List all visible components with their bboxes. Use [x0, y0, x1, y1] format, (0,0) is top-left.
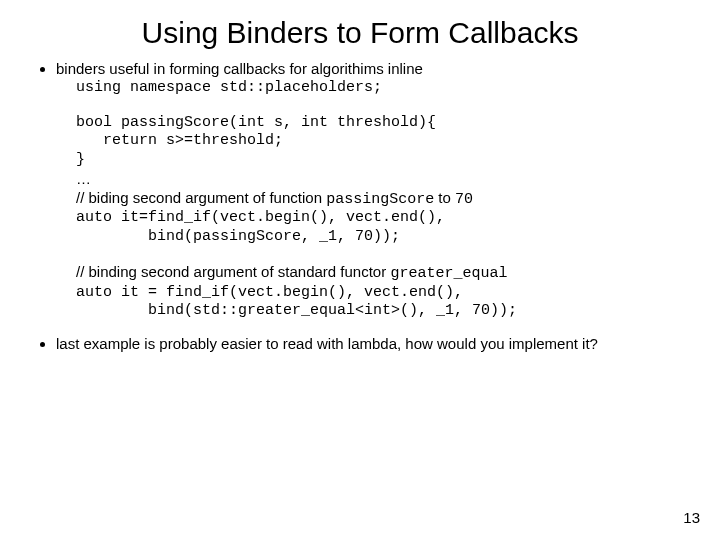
code-find-line3: auto it = find_if(vect.begin(), vect.end… [76, 284, 690, 303]
slide: Using Binders to Form Callbacks binders … [0, 0, 720, 540]
comment-1-mid: to [434, 189, 455, 206]
comment-1-code2: 70 [455, 191, 473, 208]
bullet-2: last example is probably easier to read … [56, 335, 690, 354]
bullet-list: binders useful in forming callbacks for … [36, 60, 690, 354]
comment-1: // biding second argument of function pa… [76, 189, 690, 210]
blank-line [76, 98, 690, 114]
blank-line-2 [76, 247, 690, 263]
comment-2-pre: // binding second argument of standard f… [76, 263, 390, 280]
bullet-1: binders useful in forming callbacks for … [56, 60, 690, 321]
code-find-line1: auto it=find_if(vect.begin(), vect.end()… [76, 209, 690, 228]
code-func-line2: return s>=threshold; [76, 132, 690, 151]
page-number: 13 [683, 509, 700, 526]
code-find-line2: bind(passingScore, _1, 70)); [76, 228, 690, 247]
bullet-1-intro: binders useful in forming callbacks for … [56, 60, 423, 77]
comment-2: // binding second argument of standard f… [76, 263, 690, 284]
code-func-line3: } [76, 151, 690, 170]
comment-2-code: greater_equal [390, 265, 507, 282]
ellipsis: … [76, 170, 690, 189]
slide-title: Using Binders to Form Callbacks [30, 16, 690, 50]
code-using: using namespace std::placeholders; [76, 79, 690, 98]
code-find-line4: bind(std::greater_equal<int>(), _1, 70))… [76, 302, 690, 321]
code-func-line1: bool passingScore(int s, int threshold){ [76, 114, 690, 133]
bullet-2-text: last example is probably easier to read … [56, 335, 598, 352]
comment-1-pre: // biding second argument of function [76, 189, 326, 206]
comment-1-code1: passingScore [326, 191, 434, 208]
